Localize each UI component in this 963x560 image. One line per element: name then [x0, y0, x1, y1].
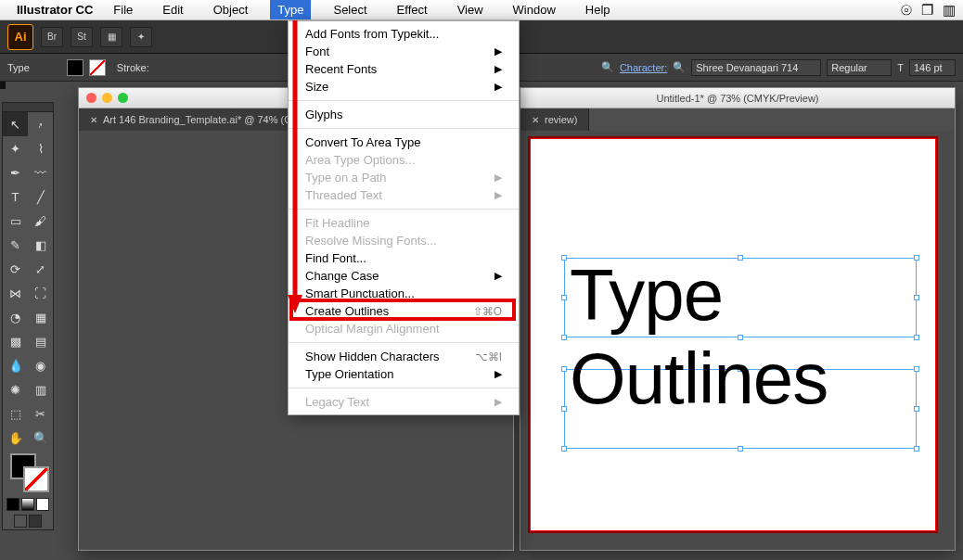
pen-tool[interactable]: ✒ — [3, 160, 28, 185]
font-family-select[interactable] — [691, 59, 821, 76]
menu-effect[interactable]: Effect — [390, 0, 435, 19]
selection-tool[interactable]: ↖ — [3, 112, 28, 136]
gradient-tool[interactable]: ▤ — [28, 329, 53, 353]
rotate-tool[interactable]: ⟳ — [3, 257, 28, 281]
paintbrush-tool[interactable]: 🖌 — [28, 209, 53, 233]
tools-panel-grip[interactable] — [3, 103, 53, 112]
menu-item-convert-to-area-type[interactable]: Convert To Area Type — [289, 134, 519, 151]
menu-item-recent-fonts[interactable]: Recent Fonts▶ — [289, 60, 519, 78]
magic-wand-tool[interactable]: ✦ — [3, 136, 28, 160]
menu-item-add-fonts-from-typekit[interactable]: Add Fonts from Typekit... — [289, 25, 519, 43]
gpu-preview-button[interactable]: ✦ — [130, 27, 152, 47]
window-overlap-icon[interactable]: ❐ — [921, 2, 933, 19]
color-mode-gradient[interactable] — [21, 498, 34, 511]
scale-tool[interactable]: ⤢ — [28, 257, 53, 281]
menu-item-fit-headline: Fit Headline — [289, 214, 519, 232]
menu-separator — [289, 128, 519, 129]
canvas-area[interactable]: Type Outlines — [520, 131, 955, 550]
lasso-tool[interactable]: ⌇ — [28, 136, 53, 160]
menu-separator — [289, 209, 519, 210]
menu-item-label: Resolve Missing Fonts... — [305, 234, 437, 248]
stroke-swatch[interactable] — [89, 59, 106, 76]
menu-item-glyphs[interactable]: Glyphs — [289, 106, 519, 123]
column-graph-tool[interactable]: ▥ — [28, 377, 53, 401]
menu-item-label: Legacy Text — [305, 395, 369, 409]
mac-right-status-icons: ⦾ ❐ ▥ — [901, 2, 956, 19]
color-mode-color[interactable] — [6, 498, 19, 511]
menu-item-label: Add Fonts from Typekit... — [305, 27, 439, 41]
document-tab[interactable]: ✕ review) — [520, 108, 589, 131]
screen-mode-normal[interactable] — [14, 515, 27, 528]
stock-button[interactable]: St — [71, 27, 93, 47]
font-search-icon[interactable]: 🔍 — [673, 61, 686, 73]
shaper-tool[interactable]: ✎ — [3, 233, 28, 257]
width-tool[interactable]: ⋈ — [3, 281, 28, 305]
color-mode-none[interactable] — [36, 498, 49, 511]
close-tab-icon[interactable]: ✕ — [90, 115, 97, 125]
eyedropper-tool[interactable]: 💧 — [3, 353, 28, 377]
menu-file[interactable]: File — [106, 0, 140, 19]
screen-share-icon[interactable]: ▥ — [943, 2, 956, 19]
shape-builder-tool[interactable]: ◔ — [3, 305, 28, 329]
creative-cloud-icon[interactable]: ⦾ — [901, 2, 912, 19]
search-icon[interactable]: 🔍 — [601, 61, 614, 73]
menu-view[interactable]: View — [450, 0, 491, 19]
menu-item-find-font[interactable]: Find Font... — [289, 249, 519, 267]
type-object[interactable]: Type Outlines — [570, 254, 896, 420]
menu-window[interactable]: Window — [506, 0, 563, 19]
close-window-button[interactable] — [86, 93, 96, 103]
free-transform-tool[interactable]: ⛶ — [28, 281, 53, 305]
fill-stroke-controls[interactable] — [3, 450, 53, 496]
stroke-color-icon[interactable] — [23, 466, 49, 492]
submenu-arrow-icon: ▶ — [494, 45, 502, 57]
essentials-button[interactable]: Br — [41, 27, 63, 47]
menu-item-label: Convert To Area Type — [305, 135, 421, 149]
zoom-window-button[interactable] — [118, 93, 128, 103]
curvature-tool[interactable]: 〰 — [28, 160, 53, 185]
character-panel-link[interactable]: Character: — [620, 62, 667, 73]
symbol-sprayer-tool[interactable]: ✺ — [3, 377, 28, 401]
arrange-docs-button[interactable]: ▦ — [100, 27, 122, 47]
menu-separator — [289, 342, 519, 343]
screen-mode-full[interactable] — [29, 515, 42, 528]
zoom-tool[interactable]: 🔍 — [28, 426, 53, 450]
perspective-grid-tool[interactable]: ▦ — [28, 305, 53, 329]
line-tool[interactable]: ╱ — [28, 185, 53, 209]
menu-item-type-orientation[interactable]: Type Orientation▶ — [289, 365, 519, 383]
eraser-tool[interactable]: ◧ — [28, 233, 53, 257]
menu-edit[interactable]: Edit — [155, 0, 190, 19]
menu-object[interactable]: Object — [206, 0, 256, 19]
menu-select[interactable]: Select — [326, 0, 374, 19]
blend-tool[interactable]: ◉ — [28, 353, 53, 377]
artboard[interactable]: Type Outlines — [530, 138, 936, 531]
menu-item-legacy-text: Legacy Text▶ — [289, 393, 519, 411]
menu-item-show-hidden-characters[interactable]: Show Hidden Characters⌥⌘I — [289, 348, 519, 365]
panel-collapse-grip[interactable] — [0, 82, 6, 89]
font-style-select[interactable] — [827, 59, 892, 76]
menu-item-label: Type Orientation — [305, 367, 393, 381]
menu-item-font[interactable]: Font▶ — [289, 43, 519, 60]
slice-tool[interactable]: ✂ — [28, 401, 53, 426]
text-line-2: Outlines — [570, 337, 896, 421]
hand-tool[interactable]: ✋ — [3, 426, 28, 450]
submenu-arrow-icon: ▶ — [494, 81, 502, 93]
fill-swatch[interactable] — [67, 59, 83, 76]
submenu-arrow-icon: ▶ — [494, 63, 502, 75]
menu-item-optical-margin-alignment: Optical Margin Alignment — [289, 320, 519, 337]
menu-item-size[interactable]: Size▶ — [289, 78, 519, 95]
document-tab-label: review) — [545, 114, 577, 125]
font-size-input[interactable] — [909, 59, 956, 76]
artboard-tool[interactable]: ⬚ — [3, 401, 28, 426]
menu-help[interactable]: Help — [578, 0, 618, 19]
menu-type[interactable]: Type — [270, 0, 311, 19]
mesh-tool[interactable]: ▩ — [3, 329, 28, 353]
direct-selection-tool[interactable]: ⭎ — [28, 112, 53, 136]
menu-item-label: Show Hidden Characters — [305, 350, 440, 363]
document-tab-bar: ✕ review) — [520, 108, 955, 131]
menu-item-change-case[interactable]: Change Case▶ — [289, 267, 519, 285]
close-tab-icon[interactable]: ✕ — [532, 115, 539, 125]
current-tool-label: Type — [7, 62, 30, 73]
minimize-window-button[interactable] — [102, 93, 112, 103]
rectangle-tool[interactable]: ▭ — [3, 209, 28, 233]
type-tool[interactable]: T — [3, 185, 28, 209]
